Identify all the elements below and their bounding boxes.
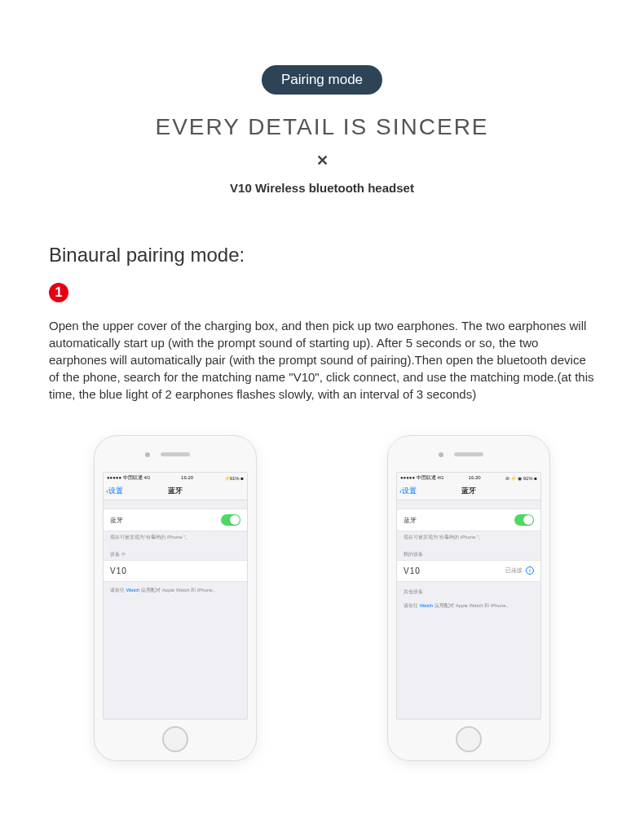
instruction-body: Open the upper cover of the charging box… — [49, 317, 595, 403]
phone-left: ●●●●● 中国联通 4G 16:20 ⚡91% ■ ‹ 设置 蓝牙 蓝牙 现在… — [94, 435, 257, 761]
nav-title: 蓝牙 — [461, 486, 476, 496]
phone-mockups: ●●●●● 中国联通 4G 16:20 ⚡91% ■ ‹ 设置 蓝牙 蓝牙 现在… — [49, 435, 595, 761]
nav-back-button[interactable]: ‹ 设置 — [397, 486, 417, 496]
bluetooth-label: 蓝牙 — [404, 516, 417, 525]
discoverable-note: 现在可被发现为"有毒哟的 iPhone "。 — [104, 531, 247, 544]
nav-back-label: 设置 — [108, 486, 123, 496]
divider-cross-icon: ✕ — [0, 152, 644, 170]
my-devices-group-label: 我的设备 — [397, 549, 540, 560]
bluetooth-label: 蓝牙 — [110, 516, 123, 525]
device-row-v10[interactable]: V10 已连接 i — [397, 560, 540, 582]
status-time: 16:20 — [469, 475, 481, 480]
other-devices-group-label: 其他设备 — [397, 587, 540, 597]
watch-pairing-note: 请前往 Watch 应用配对 Apple Watch 和 iPhone。 — [104, 582, 247, 599]
mode-badge: Pairing mode — [262, 65, 382, 95]
speaker-icon — [161, 452, 190, 456]
status-battery: ⊘ ⚡ ◉ 91% ■ — [505, 475, 537, 481]
phone-right-screen: ●●●●● 中国联通 4G 16:20 ⊘ ⚡ ◉ 91% ■ ‹ 设置 蓝牙 … — [396, 472, 541, 720]
content-section: Binaural pairing mode: 1 Open the upper … — [0, 195, 644, 761]
status-bar: ●●●●● 中国联通 4G 16:20 ⊘ ⚡ ◉ 91% ■ — [397, 473, 540, 482]
status-carrier: ●●●●● 中国联通 4G — [107, 474, 150, 482]
phone-right: ●●●●● 中国联通 4G 16:20 ⊘ ⚡ ◉ 91% ■ ‹ 设置 蓝牙 … — [387, 435, 550, 761]
info-icon[interactable]: i — [526, 566, 534, 575]
watch-app-link[interactable]: Watch — [126, 588, 140, 593]
phone-left-screen: ●●●●● 中国联通 4G 16:20 ⚡91% ■ ‹ 设置 蓝牙 蓝牙 现在… — [103, 472, 248, 720]
nav-back-button[interactable]: ‹ 设置 — [104, 486, 123, 496]
camera-dot-icon — [145, 452, 150, 457]
camera-dot-icon — [439, 452, 443, 457]
header: Pairing mode EVERY DETAIL IS SINCERE ✕ V… — [0, 0, 644, 195]
device-status: 已连接 — [505, 566, 523, 575]
main-title: EVERY DETAIL IS SINCERE — [0, 114, 644, 140]
discoverable-note: 现在可被发现为"有毒哟的 iPhone "。 — [397, 531, 540, 544]
bluetooth-toggle-row[interactable]: 蓝牙 — [397, 509, 540, 531]
home-button[interactable] — [456, 726, 482, 752]
status-time: 16:20 — [181, 475, 193, 480]
status-battery: ⚡91% ■ — [224, 475, 244, 481]
product-subtitle: V10 Wireless bluetooth headset — [0, 181, 644, 195]
watch-pairing-note: 请前往 Watch 应用配对 Apple Watch 和 iPhone。 — [397, 597, 540, 615]
nav-back-label: 设置 — [402, 486, 417, 496]
devices-group-label: 设备 ⟳ — [104, 549, 247, 560]
bluetooth-toggle-row[interactable]: 蓝牙 — [104, 509, 247, 531]
toggle-on-icon[interactable] — [221, 514, 240, 526]
toggle-on-icon[interactable] — [514, 514, 534, 526]
watch-app-link[interactable]: Watch — [420, 603, 434, 608]
status-bar: ●●●●● 中国联通 4G 16:20 ⚡91% ■ — [104, 473, 247, 482]
device-name: V10 — [110, 566, 127, 575]
nav-bar: ‹ 设置 蓝牙 — [104, 482, 247, 500]
section-heading: Binaural pairing mode: — [49, 244, 595, 267]
home-button[interactable] — [162, 726, 188, 752]
status-carrier: ●●●●● 中国联通 4G — [400, 474, 443, 482]
nav-title: 蓝牙 — [168, 486, 183, 496]
device-row-v10[interactable]: V10 — [104, 560, 247, 582]
step-number-badge: 1 — [49, 283, 68, 302]
device-name: V10 — [404, 566, 421, 575]
nav-bar: ‹ 设置 蓝牙 — [397, 482, 540, 500]
speaker-icon — [454, 452, 483, 456]
